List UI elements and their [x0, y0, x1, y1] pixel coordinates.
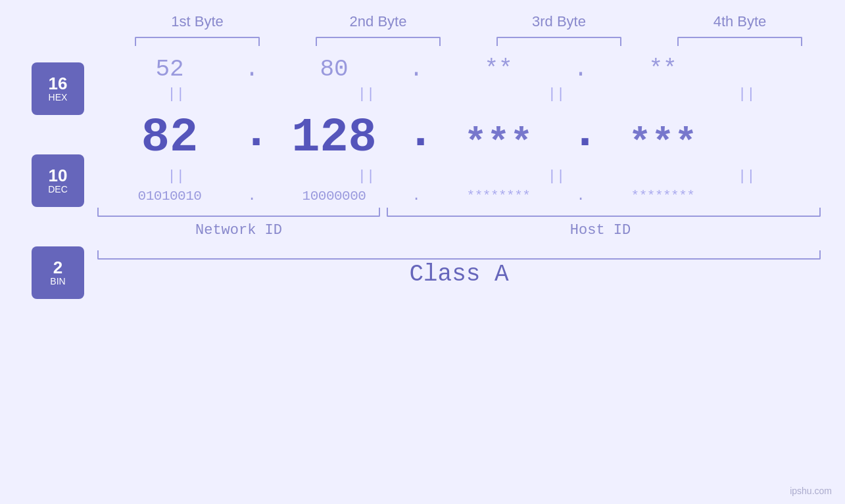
- class-row: Class A: [97, 250, 821, 260]
- eq1-b4: ||: [674, 86, 819, 103]
- eq2-b4: ||: [674, 168, 819, 185]
- eq2-b1: ||: [104, 168, 249, 185]
- eq1-b2: ||: [294, 86, 439, 103]
- eq1-b3: ||: [484, 86, 629, 103]
- bottom-brackets: [97, 208, 821, 217]
- byte1-header: 1st Byte: [125, 13, 270, 30]
- byte2-header: 2nd Byte: [306, 13, 450, 30]
- main-container: 1st Byte 2nd Byte 3rd Byte 4th Byte 16 H…: [0, 0, 845, 504]
- hex-badge: 16 HEX: [32, 62, 84, 115]
- top-brackets: [107, 37, 831, 46]
- dot-hex-1: .: [242, 56, 262, 83]
- dot-bin-1: .: [242, 188, 262, 204]
- hex-badge-num: 16: [49, 75, 68, 92]
- bin-badge-label: BIN: [50, 276, 65, 287]
- byte4-header: 4th Byte: [667, 13, 812, 30]
- data-grid: 52 . 80 . ** . ** || || || || 82: [84, 56, 845, 260]
- class-bracket: [97, 250, 821, 260]
- dot-bin-2: .: [406, 188, 426, 204]
- eq-row-2: || || || ||: [97, 165, 825, 188]
- dot-hex-3: .: [571, 56, 591, 83]
- dec-badge-num: 10: [49, 167, 68, 184]
- class-label: Class A: [97, 261, 821, 288]
- bracket-byte3: [496, 37, 621, 46]
- eq2-b2: ||: [294, 168, 439, 185]
- main-content: 16 HEX 10 DEC 2 BIN 52 . 80 . ** . **: [0, 56, 845, 299]
- dec-badge-label: DEC: [48, 184, 68, 195]
- dot-dec-1: .: [242, 106, 262, 165]
- hex-b2: 80: [262, 56, 406, 83]
- host-bracket: [387, 208, 821, 217]
- bracket-byte1: [135, 37, 260, 46]
- watermark: ipshu.com: [790, 486, 832, 496]
- network-id-label: Network ID: [97, 222, 380, 239]
- eq-row-1: || || || ||: [97, 83, 825, 106]
- hex-b3: **: [426, 56, 571, 83]
- dec-b1: 82: [97, 111, 242, 165]
- bin-b4: ********: [591, 189, 735, 204]
- network-bracket: [97, 208, 380, 217]
- eq1-b1: ||: [104, 86, 249, 103]
- bin-badge: 2 BIN: [32, 246, 84, 299]
- bin-badge-num: 2: [53, 259, 62, 276]
- dot-hex-2: .: [406, 56, 426, 83]
- hex-b1: 52: [97, 56, 242, 83]
- hex-b4: **: [591, 56, 735, 83]
- dec-badge: 10 DEC: [32, 154, 84, 207]
- hex-badge-label: HEX: [49, 92, 68, 103]
- dot-dec-3: .: [571, 106, 591, 165]
- bin-b2: 10000000: [262, 189, 406, 204]
- bin-b1: 01010010: [97, 189, 242, 204]
- id-labels: Network ID Host ID: [97, 222, 821, 239]
- byte3-header: 3rd Byte: [487, 13, 631, 30]
- byte-headers: 1st Byte 2nd Byte 3rd Byte 4th Byte: [107, 13, 831, 30]
- dec-row: 82 . 128 . *** . ***: [97, 106, 821, 165]
- dec-b3: ***: [426, 122, 571, 165]
- eq2-b3: ||: [484, 168, 629, 185]
- host-id-label: Host ID: [380, 222, 821, 239]
- hex-row: 52 . 80 . ** . **: [97, 56, 821, 83]
- bracket-byte4: [677, 37, 802, 46]
- bin-b3: ********: [426, 189, 571, 204]
- bracket-byte2: [316, 37, 441, 46]
- bin-row: 01010010 . 10000000 . ******** . *******…: [97, 188, 821, 204]
- dot-bin-3: .: [571, 188, 591, 204]
- dot-dec-2: .: [406, 106, 426, 165]
- badges-column: 16 HEX 10 DEC 2 BIN: [0, 56, 84, 299]
- dec-b4: ***: [591, 122, 735, 165]
- dec-b2: 128: [262, 111, 406, 165]
